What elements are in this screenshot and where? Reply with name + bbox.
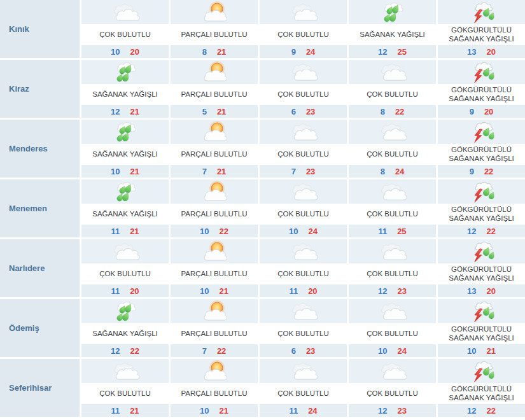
weather-icon-band [260,239,347,263]
min-temperature: 12 [111,107,120,116]
max-temperature: 23 [306,346,315,356]
district-name[interactable]: Narlıdere [0,239,80,297]
thunderstorm-icon [463,60,500,83]
forecast-cell: SAĞANAK YAĞIŞLI1221 [80,60,169,118]
forecast-cell: PARÇALI BULUTLU721 [169,120,258,178]
thunderstorm-icon [463,180,500,203]
forecast-cell: ÇOK BULUTLU623 [258,60,347,118]
cloudy-icon [374,360,411,382]
weather-forecast-table: KınıkÇOK BULUTLU1020PARÇALI BULUTLU821ÇO… [0,0,525,420]
forecast-cell: ÇOK BULUTLU1124 [258,359,347,417]
max-temperature: 24 [309,227,318,236]
thunderstorm-icon [463,240,500,263]
weather-icon-band [260,0,347,24]
weather-icon-band [81,0,169,24]
district-name[interactable]: Kiraz [0,60,80,118]
max-temperature: 20 [484,107,493,116]
min-temperature: 8 [381,107,385,116]
forecast-cell: ÇOK BULUTLU1024 [258,179,347,237]
sun-behind-cloud-icon [196,60,233,83]
cloudy-icon [285,181,322,202]
rain-drops-icon [374,1,411,24]
min-temperature: 12 [378,47,387,57]
condition-label: GÖKGÜRÜLTÜLÜ SAĞANAK YAĞIŞLI [438,204,525,225]
temperature-band: 1320 [438,45,525,58]
district-name[interactable]: Menemen [0,179,80,237]
weather-icon-band [260,359,347,383]
min-temperature: 10 [200,406,209,416]
min-temperature: 7 [291,167,296,176]
min-temperature: 10 [200,227,209,236]
max-temperature: 21 [220,406,228,416]
min-temperature: 11 [111,286,120,296]
weather-icon-band [349,179,436,204]
temperature-band: 1320 [438,284,525,297]
max-temperature: 22 [487,227,496,236]
condition-label: SAĞANAK YAĞIŞLI [349,24,436,45]
table-row: NarlıdereÇOK BULUTLU1120PARÇALI BULUTLU1… [0,239,525,297]
max-temperature: 20 [130,47,139,57]
max-temperature: 24 [398,346,407,356]
temperature-band: 924 [260,45,347,58]
min-temperature: 11 [378,227,387,236]
weather-icon-band [81,239,169,263]
condition-label: GÖKGÜRÜLTÜLÜ SAĞANAK YAĞIŞLI [438,263,525,284]
temperature-band: 1225 [349,45,436,58]
temperature-band: 1121 [81,225,169,237]
max-temperature: 21 [217,107,226,116]
forecast-cell: ÇOK BULUTLU1125 [347,179,436,237]
temperature-band: 1223 [349,404,436,417]
weather-icon-band [81,299,169,323]
min-temperature: 12 [378,406,387,416]
min-temperature: 13 [467,47,476,57]
weather-icon-band [260,299,347,323]
weather-icon-band [171,299,258,323]
weather-icon-band [349,359,436,383]
condition-label: PARÇALI BULUTLU [171,144,258,165]
table-row: KirazSAĞANAK YAĞIŞLI1221PARÇALI BULUTLU5… [0,60,525,118]
district-name[interactable]: Menderes [0,120,80,178]
temperature-band: 723 [260,165,347,178]
max-temperature: 23 [306,167,315,176]
min-temperature: 10 [111,167,120,176]
max-temperature: 21 [217,47,226,57]
forecast-cell: ÇOK BULUTLU822 [347,60,436,118]
weather-icon-band [349,60,436,84]
forecast-cell: PARÇALI BULUTLU1022 [169,179,258,237]
max-temperature: 20 [308,286,317,296]
district-name[interactable]: Kınık [0,0,80,58]
weather-icon-band [438,120,525,144]
min-temperature: 6 [291,346,296,356]
max-temperature: 25 [397,227,406,236]
cloudy-icon [285,1,322,23]
rain-drops-icon [107,60,144,83]
temperature-band: 822 [349,105,436,118]
min-temperature: 8 [381,167,385,176]
temperature-band: 1020 [81,45,169,58]
weather-icon-band [349,239,436,263]
forecast-cell: SAĞANAK YAĞIŞLI1121 [80,179,169,237]
min-temperature: 8 [202,47,207,57]
table-row: KınıkÇOK BULUTLU1020PARÇALI BULUTLU821ÇO… [0,0,525,58]
temperature-band: 1021 [438,344,525,357]
weather-icon-band [349,0,436,24]
condition-label: ÇOK BULUTLU [81,263,169,284]
condition-label: SAĞANAK YAĞIŞLI [81,323,169,344]
temperature-band: 1222 [81,344,169,357]
min-temperature: 9 [470,167,474,176]
district-name[interactable]: Ödemiş [0,299,80,357]
temperature-band: 721 [171,165,258,178]
sun-behind-cloud-icon [196,120,233,143]
min-temperature: 12 [467,406,476,416]
district-name[interactable]: Seferihisar [0,359,80,417]
table-row: MenderesSAĞANAK YAĞIŞLI1021PARÇALI BULUT… [0,120,525,178]
sun-behind-cloud-icon [196,180,233,203]
cloudy-icon [374,121,411,143]
forecast-days: SAĞANAK YAĞIŞLI1021PARÇALI BULUTLU721ÇOK… [80,120,525,178]
max-temperature: 24 [395,167,404,176]
forecast-cell: ÇOK BULUTLU1024 [347,299,436,357]
max-temperature: 25 [398,47,407,57]
max-temperature: 22 [487,406,496,416]
condition-label: ÇOK BULUTLU [349,323,436,344]
temperature-band: 1120 [260,284,347,297]
